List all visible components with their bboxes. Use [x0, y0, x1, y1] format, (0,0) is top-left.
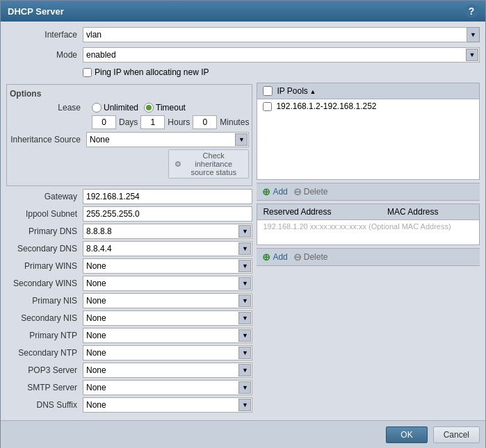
- secondary-wins-wrapper: None ▼: [83, 276, 252, 291]
- primary-ntp-row: Primary NTP None ▼: [6, 328, 252, 343]
- secondary-dns-row: Secondary DNS 8.8.4.4 ▼: [6, 241, 252, 256]
- mode-label: Mode: [6, 50, 83, 60]
- inheritance-row: Inheritance Source None ▼: [10, 132, 249, 147]
- primary-dns-row: Primary DNS 8.8.8.8 ▼: [6, 224, 252, 239]
- secondary-ntp-label: Secondary NTP: [6, 348, 83, 358]
- secondary-nis-wrapper: None ▼: [83, 310, 252, 326]
- interface-row: Interface ▼: [6, 27, 480, 42]
- interface-input-wrapper: ▼: [83, 27, 480, 42]
- ip-pools-delete-icon: ⊖: [293, 186, 302, 197]
- dns-suffix-label: DNS Suffix: [6, 400, 83, 410]
- secondary-nis-row: Secondary NIS None ▼: [6, 310, 252, 326]
- interface-dropdown-arrow[interactable]: ▼: [467, 27, 480, 42]
- hours-input[interactable]: [140, 115, 165, 129]
- ippool-subnet-input[interactable]: [83, 206, 252, 222]
- help-button[interactable]: ?: [464, 4, 478, 18]
- ip-pools-header: IP Pools: [257, 83, 479, 99]
- smtp-server-wrapper: None ▼: [83, 380, 252, 395]
- ip-pools-title: IP Pools: [277, 86, 316, 96]
- unlimited-radio[interactable]: [92, 103, 102, 113]
- interface-label: Interface: [6, 30, 83, 40]
- ip-pools-header-checkbox[interactable]: [263, 86, 273, 96]
- primary-ntp-select[interactable]: None: [83, 328, 252, 343]
- reserved-add-button[interactable]: ⊕ Add: [262, 251, 287, 263]
- days-label: Days: [119, 117, 138, 127]
- reserved-add-delete-bar: ⊕ Add ⊖ Delete: [257, 248, 480, 266]
- reserved-table: Reserved Address MAC Address 192.168.1.2…: [257, 204, 479, 233]
- secondary-ntp-wrapper: None ▼: [83, 345, 252, 360]
- unlimited-label: Unlimited: [104, 103, 138, 113]
- smtp-server-select[interactable]: None: [83, 380, 252, 395]
- secondary-wins-select[interactable]: None: [83, 276, 252, 291]
- timeout-label: Timeout: [156, 103, 186, 113]
- ping-ip-label: Ping IP when allocating new IP: [95, 67, 209, 77]
- inheritance-select-wrapper: None ▼: [86, 132, 249, 147]
- primary-dns-select[interactable]: 8.8.8.8: [83, 224, 252, 239]
- dns-suffix-row: DNS Suffix None ▼: [6, 397, 252, 413]
- dns-suffix-wrapper: None ▼: [83, 397, 252, 413]
- primary-dns-label: Primary DNS: [6, 226, 83, 236]
- primary-wins-wrapper: None ▼: [83, 258, 252, 274]
- ip-pool-checkbox[interactable]: [263, 102, 272, 111]
- ip-pool-item: 192.168.1.2-192.168.1.252: [257, 99, 479, 113]
- ping-ip-row: Ping IP when allocating new IP: [83, 67, 480, 77]
- primary-wins-label: Primary WINS: [6, 261, 83, 271]
- check-inheritance-button[interactable]: ⚙ Check inheritance source status: [168, 149, 249, 179]
- lease-row: Lease Unlimited Timeout: [10, 103, 249, 113]
- ok-button[interactable]: OK: [386, 426, 427, 443]
- mode-row: Mode enabled disabled ▼: [6, 47, 480, 63]
- reserved-add-icon: ⊕: [262, 251, 270, 263]
- dialog-title: DHCP Server: [8, 6, 64, 17]
- secondary-dns-label: Secondary DNS: [6, 244, 83, 254]
- primary-nis-select[interactable]: None: [83, 293, 252, 308]
- inheritance-label: Inheritance Source: [10, 135, 86, 144]
- primary-ntp-label: Primary NTP: [6, 331, 83, 340]
- pop3-server-wrapper: None ▼: [83, 363, 252, 378]
- mac-address-header: MAC Address: [382, 204, 479, 220]
- mode-select-wrapper: enabled disabled ▼: [83, 47, 480, 63]
- cancel-button[interactable]: Cancel: [433, 426, 480, 443]
- ip-pool-value: 192.168.1.2-192.168.1.252: [276, 101, 376, 111]
- unlimited-option[interactable]: Unlimited: [92, 103, 138, 113]
- time-row: Days Hours Minutes: [92, 115, 249, 129]
- hours-label: Hours: [168, 117, 190, 127]
- secondary-dns-select[interactable]: 8.8.4.4: [83, 241, 252, 256]
- pop3-server-label: POP3 Server: [6, 365, 83, 375]
- secondary-ntp-select[interactable]: None: [83, 345, 252, 360]
- reserved-delete-label: Delete: [304, 252, 328, 262]
- reserved-delete-button[interactable]: ⊖ Delete: [293, 251, 328, 263]
- dns-suffix-select[interactable]: None: [83, 397, 252, 413]
- minutes-input[interactable]: [193, 115, 217, 129]
- timeout-radio[interactable]: [144, 103, 154, 113]
- ip-pools-add-label: Add: [273, 187, 287, 197]
- ping-ip-checkbox[interactable]: [83, 68, 92, 77]
- ip-pools-delete-label: Delete: [304, 187, 328, 197]
- timeout-option[interactable]: Timeout: [144, 103, 186, 113]
- primary-dns-wrapper: 8.8.8.8 ▼: [83, 224, 252, 239]
- gateway-input[interactable]: [83, 189, 252, 204]
- primary-wins-select[interactable]: None: [83, 258, 252, 274]
- secondary-ntp-row: Secondary NTP None ▼: [6, 345, 252, 360]
- days-input[interactable]: [92, 115, 116, 129]
- primary-nis-label: Primary NIS: [6, 296, 83, 306]
- reserved-placeholder-row: 192.168.1.20 xx:xx:xx:xx:xx:xx (Optional…: [257, 220, 479, 233]
- title-bar: DHCP Server ?: [1, 1, 485, 22]
- primary-ntp-wrapper: None ▼: [83, 328, 252, 343]
- pop3-server-select[interactable]: None: [83, 363, 252, 378]
- reserved-delete-icon: ⊖: [293, 251, 302, 263]
- left-panel: Options Lease Unlimited Timeout: [6, 83, 252, 415]
- gateway-row: Gateway: [6, 189, 252, 204]
- ip-pools-add-button[interactable]: ⊕ Add: [262, 186, 287, 197]
- mode-select[interactable]: enabled disabled: [83, 47, 480, 63]
- inheritance-select[interactable]: None: [86, 132, 249, 147]
- ip-pools-add-delete-bar: ⊕ Add ⊖ Delete: [257, 183, 480, 201]
- ip-pools-delete-button[interactable]: ⊖ Delete: [293, 186, 328, 197]
- footer-buttons: OK Cancel: [1, 420, 485, 448]
- main-layout: Options Lease Unlimited Timeout: [6, 83, 480, 415]
- reserved-placeholder: 192.168.1.20 xx:xx:xx:xx:xx:xx (Optional…: [257, 220, 479, 233]
- secondary-nis-select[interactable]: None: [83, 310, 252, 326]
- primary-nis-row: Primary NIS None ▼: [6, 293, 252, 308]
- ippool-subnet-row: Ippool Subnet: [6, 206, 252, 222]
- interface-input[interactable]: [83, 27, 467, 42]
- gear-icon: ⚙: [175, 160, 181, 169]
